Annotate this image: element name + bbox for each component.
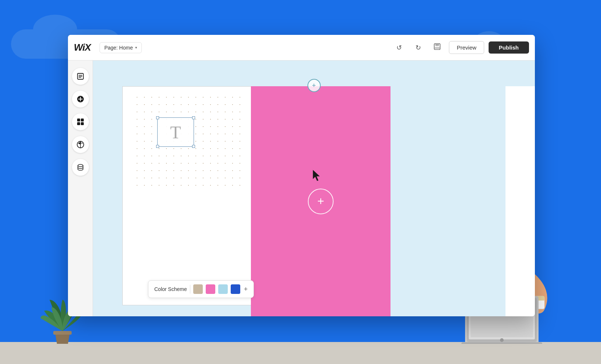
add-element-circle-button[interactable]: + — [308, 189, 334, 214]
svg-rect-29 — [81, 122, 84, 125]
resize-handle-tl[interactable] — [156, 116, 159, 119]
add-section-button-top[interactable]: + — [307, 79, 321, 92]
svg-rect-15 — [461, 342, 542, 344]
page-selector-label: Page: Home — [104, 45, 133, 51]
svg-rect-17 — [435, 44, 439, 46]
plus-icon: + — [312, 82, 316, 89]
editor-window: WiX Page: Home ▾ ↺ ↻ — [68, 35, 535, 316]
desk-surface — [0, 342, 601, 364]
resize-handle-br[interactable] — [192, 145, 195, 148]
page-selector[interactable]: Page: Home ▾ — [100, 42, 142, 53]
svg-point-13 — [500, 338, 504, 342]
redo-icon: ↻ — [415, 44, 421, 52]
sidebar-item-database[interactable] — [72, 159, 89, 176]
pink-section: + — [251, 86, 391, 316]
resize-handle-bl[interactable] — [156, 145, 159, 148]
right-strip — [505, 86, 535, 316]
text-element[interactable]: T — [157, 117, 194, 147]
background: WiX Page: Home ▾ ↺ ↻ — [0, 0, 601, 364]
svg-rect-26 — [77, 119, 80, 121]
toolbar: WiX Page: Home ▾ ↺ ↻ — [68, 35, 535, 61]
save-icon — [433, 43, 441, 52]
redo-button[interactable]: ↻ — [411, 40, 425, 55]
cursor-indicator — [312, 169, 323, 182]
color-swatch-blue[interactable] — [231, 284, 240, 294]
undo-button[interactable]: ↺ — [392, 40, 406, 55]
text-placeholder-icon: T — [170, 122, 181, 142]
svg-rect-18 — [435, 47, 439, 50]
color-swatch-beige[interactable] — [193, 284, 203, 294]
preview-button[interactable]: Preview — [449, 41, 484, 54]
svg-rect-27 — [81, 119, 84, 121]
color-swatch-lightblue[interactable] — [218, 284, 228, 294]
svg-rect-28 — [77, 122, 80, 125]
color-swatch-pink[interactable] — [206, 284, 215, 294]
plus-icon: + — [317, 194, 324, 208]
color-scheme-bar[interactable]: Color Scheme + — [148, 280, 254, 298]
divider — [190, 285, 190, 294]
undo-icon: ↺ — [396, 44, 402, 52]
color-scheme-label: Color Scheme — [154, 286, 187, 292]
editor-body: + T + — [68, 61, 535, 316]
publish-button[interactable]: Publish — [489, 41, 529, 54]
sidebar-item-add[interactable] — [72, 91, 89, 108]
resize-handle-tr[interactable] — [192, 116, 195, 119]
sidebar-item-pages[interactable] — [72, 68, 89, 85]
svg-point-32 — [78, 164, 83, 167]
chevron-down-icon: ▾ — [135, 46, 137, 50]
add-color-button[interactable]: + — [244, 285, 248, 293]
sidebar-item-apps[interactable] — [72, 113, 89, 130]
sidebar-item-media[interactable] — [72, 136, 89, 153]
save-button[interactable] — [430, 40, 445, 55]
wix-logo: WiX — [74, 42, 91, 53]
svg-rect-0 — [53, 331, 72, 335]
canvas-area[interactable]: + T + — [93, 61, 535, 316]
side-panel — [68, 61, 93, 316]
